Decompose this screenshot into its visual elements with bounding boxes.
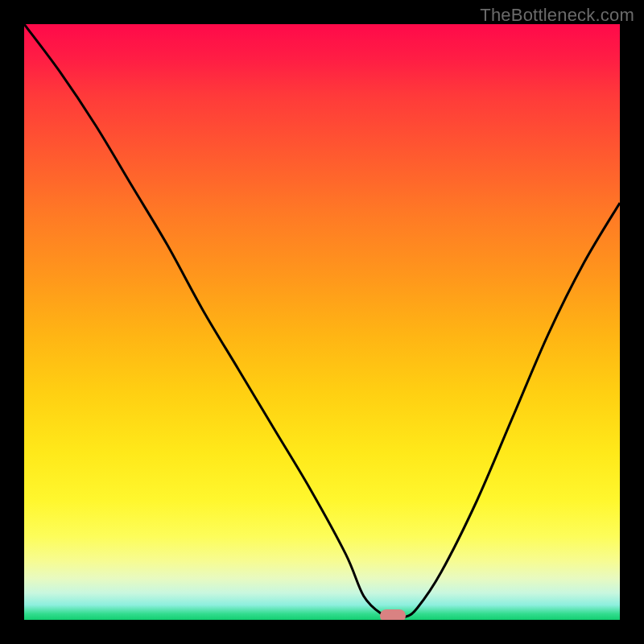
watermark-text: TheBottleneck.com <box>480 5 634 26</box>
chart-frame: TheBottleneck.com <box>0 0 644 644</box>
optimal-marker <box>380 609 406 620</box>
bottleneck-curve <box>24 24 620 620</box>
plot-area <box>24 24 620 620</box>
